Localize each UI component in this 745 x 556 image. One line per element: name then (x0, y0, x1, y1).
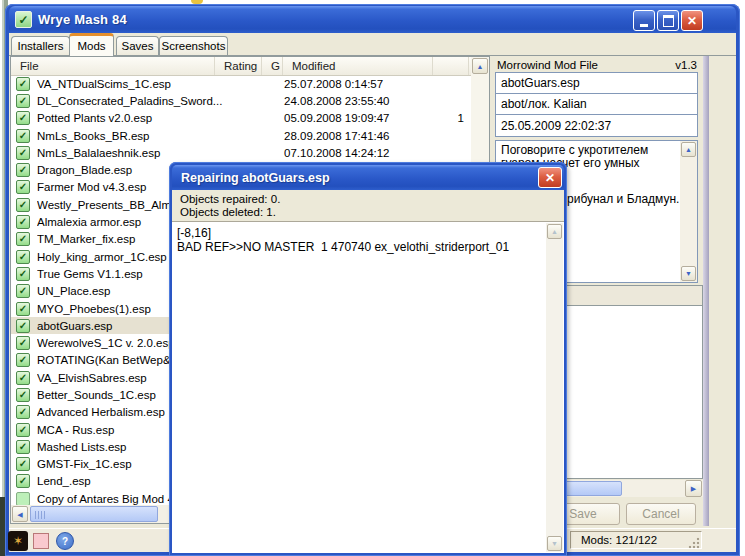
mod-name: VA_NTDualScims_1C.esp (37, 78, 284, 90)
screen: ✓ Wrye Mash 84 ✕ InstallersModsSavesScre… (0, 0, 745, 556)
mod-checkbox[interactable]: ✓ (16, 371, 30, 385)
scroll-right-icon[interactable]: ▶ (685, 480, 702, 497)
scroll-left-icon[interactable]: ◀ (12, 506, 28, 522)
version-label: v1.3 (675, 59, 697, 71)
modified-field[interactable]: 25.05.2009 22:02:37 (496, 115, 697, 136)
mod-checkbox[interactable]: ✓ (16, 180, 30, 194)
scroll-down-icon[interactable]: ▼ (547, 536, 562, 551)
doc-type-label: Morrowind Mod File (497, 59, 598, 71)
dialog-title-bar[interactable]: Repairing abotGuars.esp (172, 165, 564, 190)
hscroll-thumb[interactable] (30, 506, 158, 522)
mod-modified: 25.07.2008 0:14:57 (284, 78, 434, 90)
mod-checkbox[interactable]: ✓ (16, 267, 30, 281)
column-header-g[interactable]: G (262, 57, 283, 75)
minimize-button[interactable] (633, 10, 655, 31)
mod-checkbox[interactable] (16, 492, 30, 505)
mods-count-panel: Mods: 121/122 (570, 531, 702, 549)
mod-checkbox[interactable]: ✓ (16, 457, 30, 471)
panel-splitter[interactable] (703, 56, 709, 526)
mod-row[interactable]: ✓NmLs_Balalaeshnik.esp07.10.2008 14:24:1… (11, 144, 471, 161)
close-icon: ✕ (687, 15, 697, 27)
details-header: Morrowind Mod File v1.3 (497, 59, 697, 71)
tab-saves[interactable]: Saves (116, 36, 159, 55)
details-inputs: abotGuars.esp abot/лок. Kalian 25.05.200… (495, 72, 698, 137)
mod-checkbox[interactable]: ✓ (16, 405, 30, 419)
close-icon: ✕ (545, 172, 555, 184)
mod-size: 1 (434, 112, 468, 124)
mod-name: Potted Plants v2.0.esp (37, 112, 284, 124)
mod-checkbox[interactable]: ✓ (16, 319, 30, 333)
resize-grip[interactable] (688, 536, 701, 549)
dialog-log-line: BAD REF>>NO MASTER 1 470740 ex_velothi_s… (177, 241, 509, 255)
column-header-size[interactable] (433, 57, 469, 75)
morrowind-icon[interactable]: ✶ (8, 531, 28, 551)
mod-checkbox[interactable]: ✓ (16, 250, 30, 264)
column-header-modified[interactable]: Modified (283, 57, 433, 75)
dialog-log-box[interactable]: [-8,16]BAD REF>>NO MASTER 1 470740 ex_ve… (172, 222, 564, 553)
app-checkbox-icon: ✓ (15, 11, 32, 28)
mod-checkbox[interactable]: ✓ (16, 388, 30, 402)
mod-checkbox[interactable]: ✓ (16, 284, 30, 298)
mod-checkbox[interactable]: ✓ (16, 353, 30, 367)
window-title: Wrye Mash 84 (38, 12, 127, 27)
mod-row[interactable]: ✓Potted Plants v2.0.esp05.09.2008 19:09:… (11, 110, 471, 127)
maximize-icon (663, 15, 674, 27)
tab-mods[interactable]: Mods (69, 33, 114, 56)
repairing-dialog: Repairing abotGuars.esp ✕ Objects repair… (169, 162, 567, 556)
mod-modified: 05.09.2008 19:09:47 (284, 112, 434, 124)
column-header-rating[interactable]: Rating (215, 57, 262, 75)
mod-row[interactable]: ✓VA_NTDualScims_1C.esp25.07.2008 0:14:57 (11, 75, 471, 92)
mod-list-header: FileRatingGModified (11, 57, 471, 76)
close-button[interactable]: ✕ (681, 10, 703, 31)
thumb-grip (35, 511, 45, 519)
mod-name: DL_Consecrated_Paladins_Sword... (37, 95, 284, 107)
mod-checkbox[interactable]: ✓ (16, 129, 30, 143)
dialog-message-line: Objects repaired: 0. (180, 193, 564, 206)
scroll-up-icon[interactable]: ▲ (547, 224, 562, 239)
scroll-up-icon[interactable]: ▲ (472, 58, 488, 74)
tab-screenshots[interactable]: Screenshots (159, 36, 228, 55)
mod-checkbox[interactable]: ✓ (16, 163, 30, 177)
mod-checkbox[interactable]: ✓ (16, 302, 30, 316)
mod-checkbox[interactable]: ✓ (16, 336, 30, 350)
mod-name: NmLs_Balalaeshnik.esp (37, 147, 284, 159)
mod-row[interactable]: ✓NmLs_Books_BR.esp28.09.2008 17:41:46 (11, 127, 471, 144)
mod-checkbox[interactable]: ✓ (16, 94, 30, 108)
mod-row[interactable]: ✓DL_Consecrated_Paladins_Sword...24.08.2… (11, 92, 471, 109)
dialog-log-text: [-8,16]BAD REF>>NO MASTER 1 470740 ex_ve… (177, 227, 509, 254)
mod-checkbox[interactable]: ✓ (16, 111, 30, 125)
mod-checkbox[interactable]: ✓ (16, 215, 30, 229)
dialog-log-line: [-8,16] (177, 227, 509, 241)
color-swatch-icon[interactable] (33, 533, 49, 549)
mod-modified: 07.10.2008 14:24:12 (284, 147, 434, 159)
help-icon[interactable]: ? (56, 532, 74, 550)
tab-installers[interactable]: Installers (11, 36, 70, 55)
dialog-vscrollbar[interactable]: ▲ ▼ (546, 223, 563, 552)
description-text-fragment: рибунал и Бладмун. (567, 192, 679, 206)
mod-name: NmLs_Books_BR.esp (37, 130, 284, 142)
minimize-icon (640, 24, 648, 27)
mod-checkbox[interactable]: ✓ (16, 146, 30, 160)
mod-checkbox[interactable]: ✓ (16, 232, 30, 246)
dialog-title: Repairing abotGuars.esp (181, 171, 330, 185)
mod-checkbox[interactable]: ✓ (16, 423, 30, 437)
mod-checkbox[interactable]: ✓ (16, 440, 30, 454)
description-vscrollbar[interactable]: ▲ ▼ (680, 141, 697, 282)
mod-checkbox[interactable]: ✓ (16, 474, 30, 488)
mod-checkbox[interactable]: ✓ (16, 77, 30, 91)
dialog-close-button[interactable]: ✕ (538, 167, 562, 188)
scroll-down-icon[interactable]: ▼ (681, 266, 696, 281)
filename-field[interactable]: abotGuars.esp (496, 73, 697, 94)
mod-checkbox[interactable]: ✓ (16, 198, 30, 212)
maximize-button[interactable] (657, 10, 679, 31)
author-field[interactable]: abot/лок. Kalian (496, 94, 697, 115)
dialog-message: Objects repaired: 0.Objects deleted: 1. (172, 190, 564, 222)
column-header-file[interactable]: File (11, 57, 215, 75)
scroll-up-icon[interactable]: ▲ (681, 142, 696, 157)
mod-modified: 28.09.2008 17:41:46 (284, 130, 434, 142)
cancel-button[interactable]: Cancel (626, 503, 696, 525)
dialog-message-line: Objects deleted: 1. (180, 206, 564, 219)
mod-modified: 24.08.2008 23:55:40 (284, 95, 434, 107)
